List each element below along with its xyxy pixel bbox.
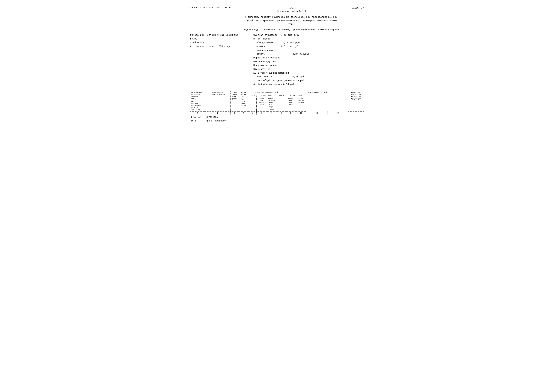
v-tom-chisle-1: в том числе [256, 94, 277, 97]
col9-vsego: всего [277, 94, 286, 111]
section1-title: Установка [205, 115, 348, 119]
document-title: Локальная смета № I–2 [277, 10, 306, 13]
oborudovanie-value: 0,13 тыс.руб. [283, 41, 301, 45]
main-table: №№ № укруп-пп ненныхсметныхнорм,единич-н… [190, 91, 364, 123]
header-center: – I4I – Локальная смета № I–2 [277, 6, 306, 13]
oborudovanie-row: оборудование 0,13 тыс.руб. [253, 41, 364, 45]
smet-cost-value: 2,48 тыс.руб. [281, 33, 299, 37]
stroitelnye: строительные [253, 49, 364, 52]
col11-expluat: эксплу-атациимашин [296, 97, 306, 111]
col1-header: №№ № укруп-пп ненныхсметныхнорм,единич-н… [190, 91, 205, 112]
col4-header: Коли-чест-воеди-ницизме-рения [239, 91, 248, 112]
p3: 3. 1м3 объема здания 0,05 руб. [253, 83, 364, 86]
col8-expluat: эксплу-атациямашинв т.ч.зарп-лата [267, 97, 277, 111]
p1: 1. 1 тонну единовременной [253, 71, 364, 75]
raboty-value: 2,34 тыс.руб. [292, 52, 311, 56]
section1-row: I.16–I84 Установка [190, 115, 364, 119]
colnum-12: I2 [327, 111, 348, 115]
smet-cost-row: Сметная стоимость 2,48 тыс.руб. [253, 33, 364, 37]
col10-osnov: основ-нойзарп-латы [286, 97, 296, 111]
colnum-1: 1 [190, 111, 205, 115]
document-number: 21987-07 [352, 6, 364, 10]
p2: 2. 1м2 общей площади здания 0,33 руб. [253, 79, 364, 83]
colnum-10: IO [296, 111, 306, 115]
p1-row: вместимости 0,23 руб. [253, 75, 364, 79]
col12-header: норматив-ной услов-но-чистойпродукции [348, 91, 364, 112]
colnum-2: 2 [205, 111, 230, 115]
colnum-3: 3 [230, 111, 239, 115]
page-number: – I4I – [277, 6, 306, 10]
colnum-4: 4 [239, 111, 248, 115]
colnum-8: 8 [277, 111, 286, 115]
info-section: Основание: чертежи № ВКI-ВКВ;ВКСО1-ВКС09… [190, 33, 364, 86]
v-tom-chisle-2: в том числе [286, 94, 306, 97]
chistaya: чистая продукция [253, 60, 364, 64]
section1-sub-row: 16–I крана пожарного [190, 119, 364, 123]
osnovaniye-line1: Основание: чертежи № ВКI-ВКВ;ВКСО1-ВКС09… [190, 33, 244, 41]
title-line3: тонн [219, 23, 364, 26]
column-numbers-row: 1 2 3 4 5 6 7 8 9 IO II I2 [190, 111, 364, 115]
raboty-row: работы 2,34 тыс.руб. [253, 52, 364, 56]
title-line1: К типовому проекту комплекса по послеубо… [219, 15, 364, 19]
normativnaya: Нормативная условно- [253, 56, 364, 60]
album-info: альбом УП ч.I м.п. 8/3 -2-33.87 [190, 7, 231, 9]
header-row: альбом УП ч.I м.п. 8/3 -2-33.87 – I4I – … [190, 6, 364, 13]
obshchaya-stoimost-header: Общая стоимость, руб. [286, 91, 348, 94]
info-right: Сметная стоимость 2,48 тыс.руб. в том чи… [253, 33, 364, 86]
sostavlena: Составлена в ценах 1984 года [190, 45, 244, 49]
section1-sub-title: крана пожарного [205, 119, 348, 123]
stoimost-edinitsy-header: Стоимость единицы, руб. [248, 91, 286, 94]
title-block: К типовому проекту комплекса по послеубо… [219, 15, 364, 26]
colnum-5: 5 [248, 111, 256, 115]
table-header-row1: №№ № укруп-пп ненныхсметныхнорм,единич-н… [190, 91, 364, 94]
col7-osnov: основ-наязарп-лата [256, 97, 267, 111]
subtitle: Водопровод хозяйственно-питьевой, произв… [219, 28, 364, 31]
montazh-row: монтаж 0,01 тыс.руб. [253, 45, 364, 49]
title-line2: обработке и хранению продовольственного … [219, 19, 364, 23]
osnovaniye-line2: альбом Ш,У [190, 41, 244, 45]
col5-vsego: всего [248, 94, 256, 111]
dashed-separator-top [190, 89, 364, 89]
info-left: Основание: чертежи № ВКI-ВКВ;ВКСО1-ВКС09… [190, 33, 244, 86]
colnum-6: 6 [256, 111, 267, 115]
pokazateli: Показатели по смете [253, 64, 364, 67]
p1-value: 0,23 руб. [292, 75, 305, 79]
colnum-11: II [306, 111, 327, 115]
colnum-7: 7 [267, 111, 277, 115]
page: альбом УП ч.I м.п. 8/3 -2-33.87 – I4I – … [190, 6, 364, 123]
section1-sub-code: 16–I [190, 119, 205, 123]
col3-header: Еди-ницаизме-рения [230, 91, 239, 112]
raboty-label: работы [256, 52, 265, 56]
oborudovanie-label: оборудование [256, 41, 274, 45]
v-tom-chisle: в том числе: [253, 37, 364, 41]
montazh-value: 0,01 тыс.руб. [281, 45, 300, 49]
smet-cost-label: Сметная стоимость [253, 33, 277, 37]
p1-label: вместимости [256, 75, 272, 79]
montazh-label: монтаж [256, 45, 265, 49]
header-left: альбом УП ч.I м.п. 8/3 -2-33.87 [190, 6, 231, 9]
stoimost-na: Стоимость на: [253, 67, 364, 71]
col2-header: Наименованиеработ и затрат [205, 91, 230, 112]
colnum-9: 9 [286, 111, 296, 115]
section1-code: I.16–I84 [190, 115, 205, 119]
